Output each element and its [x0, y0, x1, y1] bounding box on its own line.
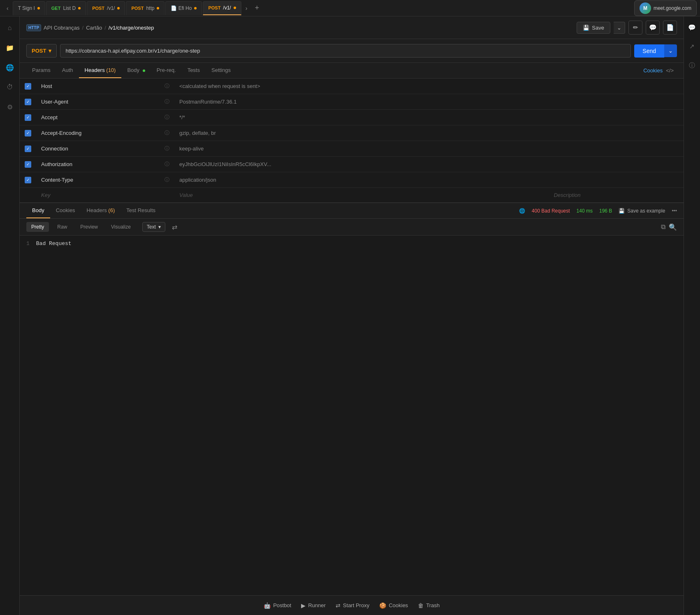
view-pretty-button[interactable]: Pretty [26, 222, 49, 232]
doc-icon-button[interactable]: 📄 [663, 21, 677, 35]
right-sidebar-info-icon[interactable]: ⓘ [686, 59, 698, 72]
header-empty-key[interactable]: Key [41, 192, 50, 198]
runner-button[interactable]: ▶ Runner [301, 602, 326, 609]
tab-next-button[interactable]: › [242, 3, 251, 13]
start-proxy-button[interactable]: ⇄ Start Proxy [336, 602, 369, 609]
resp-tab-tests[interactable]: Test Results [121, 203, 161, 218]
tab-post-v1-active[interactable]: POST /v1/ [203, 1, 241, 15]
search-response-button[interactable]: 🔍 [669, 223, 677, 231]
right-sidebar-comment-icon[interactable]: 💬 [686, 21, 698, 34]
sidebar-home-icon[interactable]: ⌂ [3, 21, 16, 35]
tab-settings[interactable]: Settings [206, 63, 236, 78]
tab-params[interactable]: Params [26, 63, 56, 78]
header-content-value: application/json [179, 177, 216, 183]
sidebar-env-icon[interactable]: 🌐 [3, 61, 16, 74]
header-connection-checkbox[interactable] [25, 146, 31, 152]
sidebar-settings-icon[interactable]: ⚙ [3, 100, 16, 113]
header-accept-info-icon[interactable]: ⓘ [165, 114, 169, 120]
header-encoding-key: Accept-Encoding [41, 130, 81, 136]
send-main-button[interactable]: Send [634, 44, 664, 58]
tab-headers[interactable]: Headers (10) [79, 63, 122, 78]
header-auth-value: eyJhbGciOiJlUzI1NiIsInR5cCl6IkpXV... [179, 161, 271, 167]
url-input[interactable] [60, 44, 631, 58]
header-auth-checkbox[interactable] [25, 161, 31, 168]
format-select[interactable]: Text ▾ [142, 222, 165, 232]
resp-tab-body[interactable]: Body [26, 203, 50, 218]
resp-tab-cookies[interactable]: Cookies [50, 203, 81, 218]
save-example-button[interactable]: 💾 Save as example [619, 208, 665, 214]
response-line-1: 1 Bad Request [26, 240, 677, 247]
tab-auth[interactable]: Auth [56, 63, 79, 78]
header-host-info-icon[interactable]: ⓘ [165, 83, 169, 89]
wrap-button[interactable]: ⇄ [169, 222, 181, 232]
right-sidebar: 💬 ↗ ⓘ [684, 16, 700, 615]
header-encoding-info-icon[interactable]: ⓘ [165, 130, 169, 136]
table-row: Authorization ⓘ eyJhbGciOiJlUzI1NiIsInR5… [20, 157, 684, 172]
save-button[interactable]: 💾 Save [577, 22, 610, 34]
tab-prev-button[interactable]: ‹ [3, 3, 12, 13]
method-select[interactable]: POST ▾ [26, 44, 57, 58]
main-layout: ⌂ 📁 🌐 ⏱ ⚙ HTTP API Cobranças / Cartão / … [0, 16, 700, 615]
tab-post-http-dot [157, 7, 159, 9]
tab-tests[interactable]: Tests [182, 63, 206, 78]
tab-efi[interactable]: 📄 Efi Ho [165, 1, 202, 15]
tab-prereq[interactable]: Pre-req. [151, 63, 182, 78]
response-toolbar: Pretty Raw Preview Visualize Text ▾ ⇄ ⧉ … [20, 219, 684, 236]
header-ua-info-icon[interactable]: ⓘ [165, 99, 169, 104]
trash-button[interactable]: 🗑 Trash [418, 602, 440, 609]
header-connection-info-icon[interactable]: ⓘ [165, 146, 169, 151]
tab-get-list[interactable]: GET List D [46, 1, 86, 15]
header-content-info-icon[interactable]: ⓘ [165, 177, 169, 183]
header-accept-checkbox[interactable] [25, 114, 31, 121]
code-toggle-button[interactable]: </> [663, 66, 677, 75]
sidebar-history-icon[interactable]: ⏱ [3, 81, 16, 94]
header-host-checkbox[interactable] [25, 83, 31, 90]
tab-post-v1-1-label: /v1/ [107, 5, 115, 11]
edit-icon-button[interactable]: ✏ [628, 21, 642, 35]
tab-post-v1-active-method: POST [208, 5, 220, 10]
comment-icon-button[interactable]: 💬 [646, 21, 660, 35]
postbot-button[interactable]: 🤖 Postbot [264, 602, 291, 609]
view-raw-button[interactable]: Raw [52, 222, 72, 232]
request-header: HTTP API Cobranças / Cartão / /v1/charge… [20, 16, 684, 39]
cookies-button[interactable]: 🍪 Cookies [379, 602, 408, 609]
runner-label: Runner [308, 602, 326, 608]
send-dropdown-button[interactable]: ⌄ [664, 44, 677, 57]
sidebar-collection-icon[interactable]: 📁 [3, 41, 16, 54]
save-label: Save [592, 25, 604, 31]
tab-sign[interactable]: T Sign I [13, 1, 45, 15]
status-size: 196 B [599, 208, 612, 214]
view-visualize-button[interactable]: Visualize [106, 222, 136, 232]
tab-post-v1-1[interactable]: POST /v1/ [87, 1, 125, 15]
tab-new-button[interactable]: + [251, 4, 262, 12]
runner-icon: ▶ [301, 602, 306, 609]
save-dropdown-button[interactable]: ⌄ [614, 22, 625, 34]
tab-body[interactable]: Body [121, 63, 151, 78]
bottom-bar: 🤖 Postbot ▶ Runner ⇄ Start Proxy 🍪 Cooki… [20, 595, 684, 615]
tab-get-list-dot [78, 7, 81, 9]
request-tabs-nav: Params Auth Headers (10) Body Pre-req. T… [20, 63, 684, 79]
format-chevron-icon: ▾ [158, 224, 161, 230]
header-encoding-checkbox[interactable] [25, 130, 31, 136]
view-preview-button[interactable]: Preview [75, 222, 103, 232]
meet-avatar: M [640, 2, 651, 14]
cookies-link[interactable]: Cookies [643, 67, 663, 74]
header-accept-value: */* [179, 114, 185, 120]
breadcrumb-part1: API Cobranças [44, 25, 79, 31]
resp-tab-headers[interactable]: Headers (6) [81, 203, 121, 218]
tab-post-http[interactable]: POST http [126, 1, 165, 15]
response-actions: ⧉ 🔍 [661, 223, 677, 231]
header-auth-info-icon[interactable]: ⓘ [165, 161, 169, 167]
header-content-checkbox[interactable] [25, 177, 31, 183]
tab-get-list-label: List D [63, 5, 76, 11]
response-more-button[interactable]: ••• [672, 208, 677, 214]
postbot-icon: 🤖 [264, 602, 271, 609]
line-number-1: 1 [26, 240, 30, 247]
header-empty-value[interactable]: Value [179, 192, 193, 198]
save-example-label: Save as example [627, 208, 665, 214]
right-sidebar-expand-icon[interactable]: ↗ [686, 40, 698, 53]
tab-sign-label: T Sign I [18, 5, 35, 11]
header-auth-key: Authorization [41, 161, 72, 167]
copy-response-button[interactable]: ⧉ [661, 223, 665, 231]
header-ua-checkbox[interactable] [25, 99, 31, 105]
